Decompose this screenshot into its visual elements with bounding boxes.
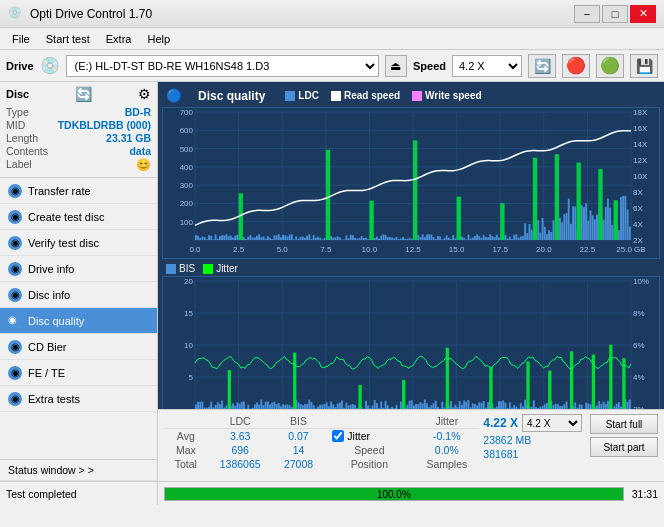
stats-header-jitter: Jitter bbox=[414, 414, 479, 429]
nav-disc-quality[interactable]: ◉ Disc quality bbox=[0, 308, 157, 334]
nav-cd-bier[interactable]: ◉ CD Bier bbox=[0, 334, 157, 360]
legend-read: Read speed bbox=[331, 90, 400, 101]
legend-ldc-label: LDC bbox=[298, 90, 319, 101]
nav-label-fe-te: FE / TE bbox=[28, 367, 65, 379]
disc-settings-icon[interactable]: ⚙ bbox=[138, 86, 151, 102]
close-button[interactable]: ✕ bbox=[630, 5, 656, 23]
color-button1[interactable]: 🔴 bbox=[562, 54, 590, 78]
menu-bar: File Start test Extra Help bbox=[0, 28, 664, 50]
nav-dot-cd-bier: ◉ bbox=[8, 340, 22, 354]
main-area: Disc 🔄 ⚙ Type BD-R MID TDKBLDRBB (000) L… bbox=[0, 82, 664, 481]
nav-create-test[interactable]: ◉ Create test disc bbox=[0, 204, 157, 230]
color-button2[interactable]: 🟢 bbox=[596, 54, 624, 78]
start-full-button[interactable]: Start full bbox=[590, 414, 658, 434]
nav-label-transfer: Transfer rate bbox=[28, 185, 91, 197]
disc-mid-label: MID bbox=[6, 119, 25, 131]
window-controls: − □ ✕ bbox=[574, 5, 656, 23]
status-progress-container: 100.0% 31:31 bbox=[158, 482, 664, 505]
upper-chart-canvas bbox=[163, 108, 659, 258]
disc-mid-value: TDKBLDRBB (000) bbox=[58, 119, 151, 131]
nav-verify-test[interactable]: ◉ Verify test disc bbox=[0, 230, 157, 256]
stats-total-row: Total 1386065 27008 Position Samples bbox=[164, 457, 479, 471]
drive-select[interactable]: (E:) HL-DT-ST BD-RE WH16NS48 1.D3 bbox=[66, 55, 379, 77]
action-buttons: Start full Start part bbox=[590, 414, 658, 457]
stats-avg-label: Avg bbox=[164, 429, 208, 444]
refresh-button[interactable]: 🔄 bbox=[528, 54, 556, 78]
stats-max-bis: 14 bbox=[273, 443, 325, 457]
nav-dot-create: ◉ bbox=[8, 210, 22, 224]
stats-avg-ldc: 3.63 bbox=[208, 429, 273, 444]
app-title: Opti Drive Control 1.70 bbox=[30, 7, 574, 21]
eject-button[interactable]: ⏏ bbox=[385, 55, 407, 77]
stats-area: LDC BIS Jitter Avg 3.63 0.07 bbox=[158, 409, 664, 481]
status-bar: Test completed 100.0% 31:31 bbox=[0, 481, 664, 505]
samples-row: 381681 bbox=[483, 448, 518, 460]
legend-read-label: Read speed bbox=[344, 90, 400, 101]
stats-avg-row: Avg 3.63 0.07 Jitter -0.1% bbox=[164, 429, 479, 444]
nav-label-drive: Drive info bbox=[28, 263, 74, 275]
jitter-checkbox[interactable] bbox=[332, 430, 344, 442]
nav-fe-te[interactable]: ◉ FE / TE bbox=[0, 360, 157, 386]
disc-length-label: Length bbox=[6, 132, 38, 144]
sidebar-spacer bbox=[0, 412, 157, 459]
chart-title-text: Disc quality bbox=[198, 89, 265, 103]
disc-contents-value: data bbox=[129, 145, 151, 157]
disc-title: Disc bbox=[6, 88, 29, 100]
stats-avg-jitter: -0.1% bbox=[414, 429, 479, 444]
speed-select-stats[interactable]: 4.2 X bbox=[522, 414, 582, 432]
status-time: 31:31 bbox=[632, 488, 658, 500]
stats-table: LDC BIS Jitter Avg 3.63 0.07 bbox=[164, 414, 479, 471]
progress-bar: 100.0% bbox=[164, 487, 624, 501]
start-part-button[interactable]: Start part bbox=[590, 437, 658, 457]
chart-legend-lower: BIS Jitter bbox=[162, 261, 660, 276]
disc-contents-row: Contents data bbox=[6, 145, 151, 157]
disc-type-label: Type bbox=[6, 106, 29, 118]
stats-max-jitter: 0.0% bbox=[414, 443, 479, 457]
disc-label-icon: 😊 bbox=[136, 158, 151, 172]
nav-label-cd-bier: CD Bier bbox=[28, 341, 67, 353]
stats-header-blank bbox=[164, 414, 208, 429]
nav-label-create: Create test disc bbox=[28, 211, 104, 223]
chart-lower bbox=[162, 276, 660, 409]
title-bar: 💿 Opti Drive Control 1.70 − □ ✕ bbox=[0, 0, 664, 28]
minimize-button[interactable]: − bbox=[574, 5, 600, 23]
nav-label-disc-quality: Disc quality bbox=[28, 315, 84, 327]
disc-label-row: Label 😊 bbox=[6, 158, 151, 172]
nav-transfer-rate[interactable]: ◉ Transfer rate bbox=[0, 178, 157, 204]
stats-max-label: Max bbox=[164, 443, 208, 457]
stats-header-bis: BIS bbox=[273, 414, 325, 429]
nav-dot-extra: ◉ bbox=[8, 392, 22, 406]
disc-length-row: Length 23.31 GB bbox=[6, 132, 151, 144]
save-button[interactable]: 💾 bbox=[630, 54, 658, 78]
stats-total-label: Total bbox=[164, 457, 208, 471]
disc-type-row: Type BD-R bbox=[6, 106, 151, 118]
nav-dot-disc-quality: ◉ bbox=[8, 314, 22, 328]
samples-value: 381681 bbox=[483, 448, 518, 460]
speed-select[interactable]: 4.2 X bbox=[452, 55, 522, 77]
speed-row: 4.22 X 4.2 X bbox=[483, 414, 582, 432]
disc-label-label: Label bbox=[6, 158, 32, 172]
nav-extra-tests[interactable]: ◉ Extra tests bbox=[0, 386, 157, 412]
app-icon: 💿 bbox=[8, 6, 24, 22]
position-value: 23862 MB bbox=[483, 434, 531, 446]
nav-disc-info[interactable]: ◉ Disc info bbox=[0, 282, 157, 308]
maximize-button[interactable]: □ bbox=[602, 5, 628, 23]
disc-type-value: BD-R bbox=[125, 106, 151, 118]
menu-extra[interactable]: Extra bbox=[98, 31, 140, 47]
disc-refresh-icon[interactable]: 🔄 bbox=[75, 86, 92, 102]
nav-dot-disc-info: ◉ bbox=[8, 288, 22, 302]
nav-drive-info[interactable]: ◉ Drive info bbox=[0, 256, 157, 282]
nav-dot-transfer: ◉ bbox=[8, 184, 22, 198]
menu-help[interactable]: Help bbox=[139, 31, 178, 47]
menu-start-test[interactable]: Start test bbox=[38, 31, 98, 47]
drive-icon: 💿 bbox=[40, 56, 60, 75]
stats-speed-label: Speed bbox=[324, 443, 414, 457]
chart-upper bbox=[162, 107, 660, 259]
jitter-checkbox-label[interactable]: Jitter bbox=[332, 430, 406, 442]
stats-jitter-checkbox-cell: Jitter bbox=[324, 429, 414, 444]
chart-legend-upper: 🔵 Disc quality LDC Read speed Write spee… bbox=[162, 86, 660, 105]
nav-status-window[interactable]: Status window > > bbox=[0, 459, 157, 481]
menu-file[interactable]: File bbox=[4, 31, 38, 47]
progress-label: 100.0% bbox=[377, 488, 411, 499]
chart-area: 🔵 Disc quality LDC Read speed Write spee… bbox=[158, 82, 664, 409]
